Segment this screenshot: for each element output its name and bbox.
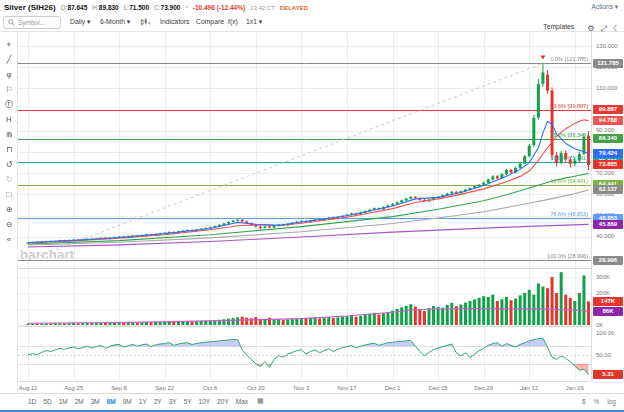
scale-button-percent[interactable]: %: [594, 398, 600, 405]
range-button-6m[interactable]: 6M: [107, 398, 116, 405]
axis-badge: 45.869: [593, 220, 623, 229]
fib-level-label: 78.6% (48.853): [550, 211, 588, 217]
range-button-9m[interactable]: 9M: [123, 398, 132, 405]
range-button-2m[interactable]: 2M: [75, 398, 84, 405]
indicators-button[interactable]: Indicators: [160, 18, 189, 25]
axis-tick-label: 40.000: [596, 233, 614, 239]
range-button-1y[interactable]: 1Y: [139, 398, 147, 405]
search-placeholder: Symbol...: [18, 19, 45, 26]
high-value: H:89.830: [92, 4, 118, 11]
range-button-max[interactable]: Max: [236, 398, 248, 405]
templates-button[interactable]: Templates: [543, 23, 574, 30]
text-annotation-tool[interactable]: Ⓣ›: [0, 98, 18, 111]
date-tick-label: Nov 3: [294, 385, 310, 391]
price-axis[interactable]: 130.000120.000110.000100.00090.00080.000…: [591, 32, 624, 381]
date-tick-label: Jan 12: [520, 385, 538, 391]
range-button-5y[interactable]: 5Y: [184, 398, 192, 405]
date-tick-label: Oct 20: [247, 385, 265, 391]
axis-tick-label: 200K: [596, 290, 610, 296]
search-icon: [8, 19, 15, 26]
range-button-1m[interactable]: 1M: [59, 398, 68, 405]
patterns-tool[interactable]: H›: [0, 113, 18, 126]
close-value: C:73.900: [154, 4, 180, 11]
date-tick-label: Sep 22: [155, 385, 174, 391]
axis-badge: 86.340: [593, 134, 623, 143]
axis-badge: 86K: [593, 307, 623, 316]
axis-tick-label: 70.000: [596, 170, 614, 176]
grid-layout-dropdown[interactable]: 1x1 ▾: [246, 18, 262, 26]
delete-drawings-tool[interactable]: □: [0, 188, 18, 201]
price-chart-canvas[interactable]: [18, 32, 591, 381]
delayed-badge: DELAYED: [280, 5, 308, 11]
axis-badge: 94.788: [593, 116, 623, 125]
trendline-tool[interactable]: ╱›: [0, 53, 18, 66]
change-value: -10.496 (-12.44%): [193, 4, 245, 11]
date-tick-label: Dec 29: [474, 385, 493, 391]
axis-badge: 5.31: [593, 370, 623, 379]
range-button-20y[interactable]: 20Y: [217, 398, 229, 405]
axis-badge: 28.996: [593, 256, 623, 265]
axis-tick-label: 90.000: [596, 127, 614, 133]
range-button-10y[interactable]: 10Y: [199, 398, 211, 405]
fib-level-label: 23.6% (99.887): [550, 103, 588, 109]
axis-badge: 121.785: [593, 59, 623, 68]
fx-button[interactable]: f(x): [228, 18, 238, 25]
trading-chart-app: { "header": { "symbol": "Silver (SIH26)"…: [0, 0, 624, 412]
collapse-toolbar-button[interactable]: «: [0, 233, 18, 246]
symbol-title: Silver (SIH26): [4, 3, 56, 12]
axis-badge: 62.137: [593, 185, 623, 194]
cursor-crosshair-tool[interactable]: ⌖: [0, 38, 18, 51]
fib-level-label: 100.0% (28.996): [547, 253, 588, 259]
fib-level-label: 0.0% (121.785): [550, 56, 588, 62]
fibonacci-tool[interactable]: φ›: [0, 68, 18, 81]
axis-badge: 99.887: [593, 105, 623, 114]
lock-drawings-tool[interactable]: ⊓: [0, 143, 18, 156]
date-tick-label: Sep 8: [111, 385, 127, 391]
range-button-3m[interactable]: 3M: [91, 398, 100, 405]
quote-time: 13:42 CT: [250, 5, 275, 11]
axis-tick-label: 130.000: [596, 43, 618, 49]
symbol-header: Silver (SIH26) O:87.645 H:89.830 L:71.50…: [0, 0, 624, 14]
open-value: O:87.645: [61, 4, 88, 11]
range-button-1d[interactable]: 1D: [28, 398, 36, 405]
chart-type-dropdown[interactable]: ▾: [140, 18, 151, 26]
range-button-2y[interactable]: 2Y: [154, 398, 162, 405]
change-marker: *: [185, 5, 187, 11]
axis-tick-label: 110.000: [596, 85, 617, 91]
axis-tick-label: 100.00: [596, 330, 614, 336]
undo-tool[interactable]: ↺: [0, 158, 18, 171]
zoom-out-tool[interactable]: ⊖: [0, 218, 18, 231]
scale-button-dollar[interactable]: $: [582, 398, 586, 405]
range-toolbar: 1D5D1M2M3M6M9M1Y2Y3Y5Y10Y20YMax▦ $%log: [0, 393, 624, 410]
date-tick-label: Dec 1: [385, 385, 401, 391]
actions-menu-button[interactable]: Actions ▾: [592, 3, 618, 11]
fib-level-label: 61.8% (64.441): [550, 178, 588, 184]
date-axis[interactable]: Aug 11Aug 25Sep 8Sep 22Oct 6Oct 20Nov 3N…: [18, 381, 591, 393]
date-tick-label: Oct 6: [203, 385, 217, 391]
period-dropdown[interactable]: Daily ▾: [70, 18, 90, 26]
zoom-in-tool[interactable]: ⊕: [0, 203, 18, 216]
date-tick-label: Aug 11: [19, 385, 38, 391]
axis-tick-label: 50.00: [596, 352, 611, 358]
fib-level-label: 50.0% (75.391): [550, 155, 588, 161]
magnet-tool[interactable]: ⋒: [0, 128, 18, 141]
axis-badge: 147K: [593, 297, 623, 306]
shapes-flag-tool[interactable]: ⚐›: [0, 83, 18, 96]
fib-level-label: 38.2% (86.340): [550, 132, 588, 138]
axis-badge: 73.885: [593, 160, 623, 169]
axis-tick-label: 300K: [596, 274, 610, 280]
range-button-3y[interactable]: 3Y: [169, 398, 177, 405]
calendar-icon[interactable]: ▦: [257, 397, 264, 405]
axis-tick-label: 0K: [596, 322, 603, 328]
date-tick-label: Dec 15: [429, 385, 448, 391]
symbol-search-input[interactable]: Symbol...: [3, 16, 61, 29]
scale-button-log[interactable]: log: [607, 398, 616, 405]
range-dropdown[interactable]: 6-Month ▾: [100, 18, 130, 26]
low-value: L:71.500: [124, 4, 149, 11]
compare-button[interactable]: Compare: [196, 18, 224, 25]
range-button-5d[interactable]: 5D: [43, 398, 51, 405]
drawing-toolbar: ⌖╱›φ›⚐›Ⓣ›H›⋒⊓↺↻□⊕⊖«: [0, 32, 18, 393]
date-tick-label: Aug 25: [64, 385, 83, 391]
date-tick-label: Jan 26: [566, 385, 584, 391]
axis-badge: 79.424: [593, 149, 623, 158]
